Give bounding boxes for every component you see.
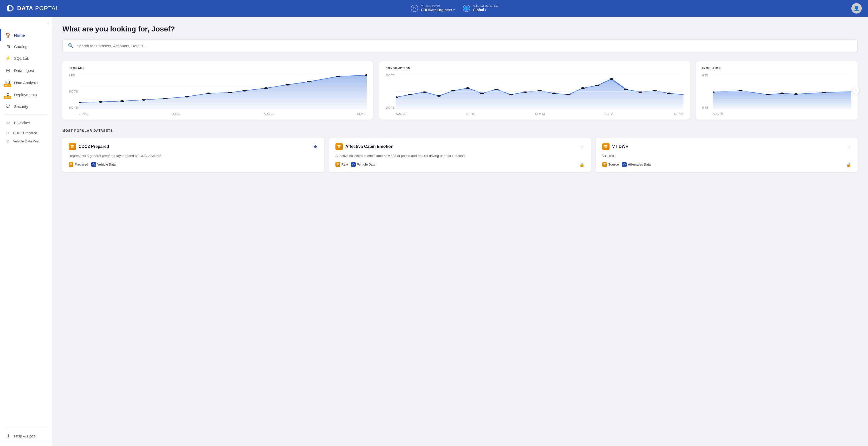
user-avatar[interactable]: 👤 <box>851 3 862 13</box>
svg-point-28 <box>552 93 556 94</box>
data-analysis-beta-badge: BETA <box>4 84 11 87</box>
svg-point-35 <box>653 90 657 92</box>
sidebar-cdc2-label: CDC2 Prepared <box>13 131 37 135</box>
svg-point-27 <box>537 90 542 92</box>
svg-point-42 <box>766 94 770 95</box>
svg-point-11 <box>307 81 312 83</box>
svg-point-7 <box>228 92 232 93</box>
dataset-card-vtdwh[interactable]: VT DWH ☆ VT-DWH Source <box>596 138 858 172</box>
market-value: Global ▾ <box>473 8 499 12</box>
sidebar-item-sql-lab[interactable]: ⚡ SQL Lab <box>0 52 52 64</box>
dataset-vtdwh-star-button[interactable]: ☆ <box>847 144 851 150</box>
storage-chart-svg <box>79 74 367 109</box>
svg-point-31 <box>595 85 600 86</box>
svg-point-20 <box>437 95 441 97</box>
conveh-selector[interactable]: ↻ ConVeh PROD CDHDataEngineer ▾ <box>411 5 455 12</box>
consumption-chart-title: CONSUMPTION <box>385 67 683 70</box>
dataset-vtdwh-lock-icon: 🔒 <box>846 162 851 167</box>
svg-point-18 <box>408 94 412 95</box>
charts-row: STORAGE 1 PB 800 TB 600 TB <box>62 61 858 120</box>
dataset-card-cdc2-header: CDC2 Prepared ★ <box>69 143 318 150</box>
ingestion-chart-title: INGESTION <box>702 67 851 70</box>
sidebar-collapse-area: ‹ <box>0 21 52 29</box>
datasets-grid: CDC2 Prepared ★ Represents a general pre… <box>62 138 858 172</box>
dataset-affectiva-title: Affectiva Cabin Emotion <box>336 143 394 150</box>
sidebar-sub-item-vehicle-data[interactable]: ⊙ Vehicle Data War... <box>0 137 52 145</box>
sidebar-item-deployments[interactable]: ⚙ Deployments BETA <box>0 89 52 101</box>
sidebar-catalog-label: Catalog <box>14 44 28 49</box>
svg-point-5 <box>185 96 189 97</box>
app-layout: ‹ 🏠 Home ⊞ Catalog ⚡ SQL Lab ⊞ Data Inge… <box>0 17 868 446</box>
sidebar-dataingest-label: Data Ingest <box>14 68 34 73</box>
sidebar-divider-1 <box>4 114 48 115</box>
svg-rect-61 <box>623 164 625 165</box>
dataset-cdc2-icon <box>69 143 76 150</box>
dataset-cdc2-description: Represents a general prepared layer base… <box>69 153 318 159</box>
security-icon: 🛡 <box>5 104 11 109</box>
sidebar-item-data-analysis[interactable]: 📊 Data Analysis BETA <box>0 77 52 89</box>
search-input[interactable] <box>77 44 852 48</box>
sidebar-item-security[interactable]: 🛡 Security <box>0 101 52 112</box>
search-icon: 🔍 <box>68 43 73 49</box>
sidebar-deployments-label: Deployments <box>14 93 37 97</box>
sidebar-item-catalog[interactable]: ⊞ Catalog <box>0 41 52 52</box>
ingestion-chart-next-button[interactable]: › <box>852 87 860 94</box>
svg-point-43 <box>780 93 784 94</box>
dataset-affectiva-lock-icon: 🔒 <box>579 162 585 167</box>
tag-prepared-icon <box>69 162 73 167</box>
sidebar-item-data-ingest[interactable]: ⊞ Data Ingest <box>0 64 52 77</box>
dataset-vtdwh-tag-aftersales: Aftersales Data <box>622 162 651 167</box>
dataset-card-affectiva[interactable]: Affectiva Cabin Emotion ☆ Affectiva coll… <box>329 138 591 172</box>
svg-point-33 <box>624 89 628 90</box>
tag-aftersales-icon <box>622 162 627 167</box>
market-icon: 🌐 <box>463 5 470 12</box>
help-docs-icon: ℹ <box>5 433 11 439</box>
sidebar-favorites-label: Favorites <box>14 121 30 125</box>
deployments-beta-badge: BETA <box>4 96 11 99</box>
tag-raw-icon <box>336 162 340 167</box>
dataset-cdc2-star-button[interactable]: ★ <box>313 144 318 150</box>
svg-point-4 <box>163 98 168 99</box>
dataset-cdc2-tags: Prepared Vehicle Data <box>69 162 318 167</box>
conveh-label: ConVeh PROD <box>421 5 455 8</box>
dataset-card-vtdwh-header: VT DWH ☆ <box>602 143 851 150</box>
tag-source-icon <box>602 162 607 167</box>
logo-icon <box>6 4 14 12</box>
ingestion-x-labels: AUG 30 <box>713 112 851 116</box>
dataset-cdc2-tag-vehicle: Vehicle Data <box>91 162 116 167</box>
sidebar-item-favorites[interactable]: ☆ Favorites <box>0 117 52 129</box>
ingestion-chart-svg <box>713 74 851 109</box>
svg-point-45 <box>822 92 826 93</box>
sidebar-security-label: Security <box>14 104 28 109</box>
sidebar: ‹ 🏠 Home ⊞ Catalog ⚡ SQL Lab ⊞ Data Inge… <box>0 17 52 446</box>
dataset-card-cdc2[interactable]: CDC2 Prepared ★ Represents a general pre… <box>62 138 324 172</box>
market-selector[interactable]: 🌐 Selected Market Hub Global ▾ <box>463 5 499 12</box>
ingestion-chart-area: 6 TB 5 TB <box>702 74 851 116</box>
storage-chart-card: STORAGE 1 PB 800 TB 600 TB <box>62 61 373 120</box>
sidebar-item-home[interactable]: 🏠 Home <box>0 29 52 41</box>
dataset-affectiva-description: Affectiva collected in-cabin labeled vid… <box>336 153 585 159</box>
search-bar[interactable]: 🔍 <box>62 39 858 52</box>
dataset-vtdwh-icon <box>602 143 610 150</box>
svg-point-50 <box>70 163 72 164</box>
sidebar-collapse-button[interactable]: ‹ <box>47 21 49 25</box>
svg-point-22 <box>466 87 470 89</box>
svg-point-32 <box>610 78 614 80</box>
dataset-cdc2-tag-prepared: Prepared <box>69 162 88 167</box>
market-label: Selected Market Hub <box>473 5 499 8</box>
svg-point-36 <box>667 93 672 94</box>
svg-point-25 <box>509 94 513 95</box>
conveh-text: ConVeh PROD CDHDataEngineer ▾ <box>421 5 455 12</box>
dataset-vtdwh-description: VT-DWH <box>602 153 851 159</box>
consumption-chart-area: 200 TB 100 TB <box>385 74 683 116</box>
tag-vehicle-icon <box>91 162 96 167</box>
dataset-affectiva-star-button[interactable]: ☆ <box>580 144 585 150</box>
logo: DATA PORTAL <box>6 4 59 12</box>
storage-x-labels: JUN 01 JUL 01 AUG 01 SEP 01 <box>79 112 367 116</box>
svg-point-8 <box>242 90 247 92</box>
sidebar-item-help-docs[interactable]: ℹ Help & Docs <box>0 430 52 442</box>
sidebar-sub-item-cdc2[interactable]: ⊙ CDC2 Prepared <box>0 129 52 137</box>
svg-point-58 <box>354 165 354 165</box>
home-icon: 🏠 <box>5 32 11 38</box>
storage-chart-area: 1 PB 800 TB 600 TB <box>69 74 367 116</box>
